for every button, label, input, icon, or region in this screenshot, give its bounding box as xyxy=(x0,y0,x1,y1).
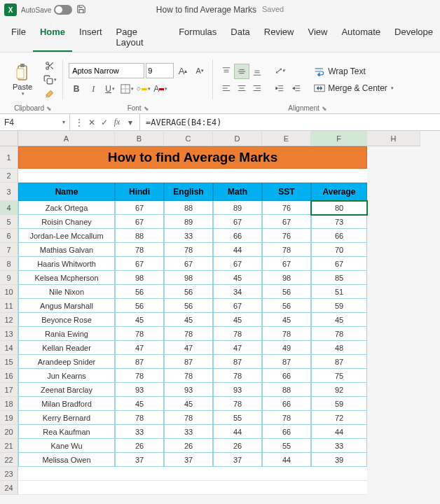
value-cell[interactable]: 67 xyxy=(115,215,164,229)
clipboard-launcher-icon[interactable]: ⬊ xyxy=(46,105,52,112)
value-cell[interactable]: 56 xyxy=(262,299,311,313)
tab-formulas[interactable]: Formulas xyxy=(172,22,224,52)
value-cell[interactable]: 66 xyxy=(262,397,311,411)
value-cell[interactable]: 56 xyxy=(164,299,213,313)
italic-button[interactable]: I xyxy=(85,81,101,97)
value-cell[interactable]: 56 xyxy=(115,299,164,313)
col-header-A[interactable]: A xyxy=(18,131,115,146)
name-box[interactable]: F4 ▾ xyxy=(0,114,70,130)
name-cell[interactable]: Milan Bradford xyxy=(18,397,115,411)
value-cell[interactable]: 73 xyxy=(311,215,367,229)
accept-formula-icon[interactable]: ✓ xyxy=(99,118,109,127)
empty-cell[interactable] xyxy=(115,467,164,481)
name-cell[interactable]: Roisin Chaney xyxy=(18,215,115,229)
empty-cell[interactable] xyxy=(311,467,367,481)
value-cell[interactable]: 67 xyxy=(115,257,164,271)
value-cell[interactable]: 87 xyxy=(115,355,164,369)
header-cell[interactable]: English xyxy=(164,183,213,201)
value-cell[interactable]: 87 xyxy=(213,355,262,369)
value-cell[interactable]: 55 xyxy=(213,411,262,425)
value-cell[interactable]: 85 xyxy=(311,271,367,285)
value-cell[interactable]: 59 xyxy=(311,397,367,411)
name-cell[interactable]: Beyonce Rose xyxy=(18,313,115,327)
copy-button[interactable]: ▾ xyxy=(42,74,57,86)
value-cell[interactable]: 26 xyxy=(115,439,164,453)
name-cell[interactable]: Melissa Owen xyxy=(18,453,115,467)
format-painter-button[interactable] xyxy=(42,88,57,100)
value-cell[interactable]: 89 xyxy=(213,201,262,215)
value-cell[interactable]: 66 xyxy=(262,425,311,439)
value-cell[interactable]: 88 xyxy=(262,383,311,397)
value-cell[interactable]: 26 xyxy=(213,439,262,453)
value-cell[interactable]: 34 xyxy=(213,285,262,299)
name-cell[interactable]: Kelsea Mcpherson xyxy=(18,271,115,285)
value-cell[interactable]: 78 xyxy=(115,369,164,383)
tab-data[interactable]: Data xyxy=(224,22,256,52)
value-cell[interactable]: 48 xyxy=(311,341,367,355)
name-cell[interactable]: Haaris Whitworth xyxy=(18,257,115,271)
value-cell[interactable]: 47 xyxy=(213,341,262,355)
value-cell[interactable]: 67 xyxy=(262,257,311,271)
value-cell[interactable]: 66 xyxy=(311,229,367,243)
value-cell[interactable]: 75 xyxy=(311,369,367,383)
value-cell[interactable]: 45 xyxy=(115,397,164,411)
autosave-toggle-icon[interactable] xyxy=(54,5,72,15)
tab-review[interactable]: Review xyxy=(257,22,301,52)
value-cell[interactable]: 78 xyxy=(213,369,262,383)
value-cell[interactable]: 93 xyxy=(213,383,262,397)
tab-file[interactable]: File xyxy=(4,22,33,52)
value-cell[interactable]: 78 xyxy=(262,243,311,257)
value-cell[interactable]: 89 xyxy=(164,215,213,229)
value-cell[interactable]: 72 xyxy=(311,411,367,425)
value-cell[interactable]: 66 xyxy=(213,229,262,243)
value-cell[interactable]: 98 xyxy=(262,271,311,285)
value-cell[interactable]: 78 xyxy=(213,397,262,411)
value-cell[interactable]: 78 xyxy=(164,327,213,341)
col-header-H[interactable]: H xyxy=(367,131,420,146)
value-cell[interactable]: 45 xyxy=(213,271,262,285)
header-cell[interactable]: Name xyxy=(18,183,115,201)
row-header-21[interactable]: 21 xyxy=(0,439,18,453)
name-cell[interactable]: Jun Kearns xyxy=(18,369,115,383)
row-header-10[interactable]: 10 xyxy=(0,285,18,299)
bold-button[interactable]: B xyxy=(69,81,84,97)
value-cell[interactable]: 33 xyxy=(115,425,164,439)
value-cell[interactable]: 33 xyxy=(311,439,367,453)
value-cell[interactable]: 87 xyxy=(164,355,213,369)
decrease-indent-icon[interactable] xyxy=(272,81,287,97)
tab-insert[interactable]: Insert xyxy=(72,22,109,52)
value-cell[interactable]: 37 xyxy=(164,453,213,467)
empty-cell[interactable] xyxy=(262,467,311,481)
value-cell[interactable]: 67 xyxy=(213,215,262,229)
name-cell[interactable]: Jordan-Lee Mccallum xyxy=(18,229,115,243)
value-cell[interactable]: 88 xyxy=(164,201,213,215)
value-cell[interactable]: 39 xyxy=(311,453,367,467)
value-cell[interactable]: 56 xyxy=(262,285,311,299)
value-cell[interactable]: 59 xyxy=(311,299,367,313)
merge-center-button[interactable]: Merge & Center▾ xyxy=(311,82,397,94)
row-header-5[interactable]: 5 xyxy=(0,215,18,229)
row-header-13[interactable]: 13 xyxy=(0,327,18,341)
name-cell[interactable]: Angus Marshall xyxy=(18,299,115,313)
align-middle-icon[interactable] xyxy=(234,64,249,79)
row-header-18[interactable]: 18 xyxy=(0,397,18,411)
value-cell[interactable]: 44 xyxy=(311,425,367,439)
value-cell[interactable]: 78 xyxy=(164,411,213,425)
value-cell[interactable]: 49 xyxy=(262,341,311,355)
empty-cell[interactable] xyxy=(18,467,115,481)
empty-cell[interactable] xyxy=(311,481,367,495)
orientation-icon[interactable]: ⤢▾ xyxy=(272,63,287,78)
save-icon[interactable] xyxy=(76,4,86,16)
tab-view[interactable]: View xyxy=(301,22,334,52)
align-left-icon[interactable] xyxy=(219,80,234,96)
formula-bar[interactable]: =AVERAGE(B4:E4) xyxy=(139,114,440,130)
value-cell[interactable]: 78 xyxy=(115,327,164,341)
value-cell[interactable]: 93 xyxy=(115,383,164,397)
row-header-9[interactable]: 9 xyxy=(0,271,18,285)
borders-button[interactable]: ▾ xyxy=(119,81,135,97)
row-header-14[interactable]: 14 xyxy=(0,341,18,355)
sheet-title[interactable]: How to find Average Marks xyxy=(18,146,367,169)
row-header-8[interactable]: 8 xyxy=(0,257,18,271)
tab-developer[interactable]: Develope xyxy=(387,22,440,52)
value-cell[interactable]: 37 xyxy=(115,453,164,467)
